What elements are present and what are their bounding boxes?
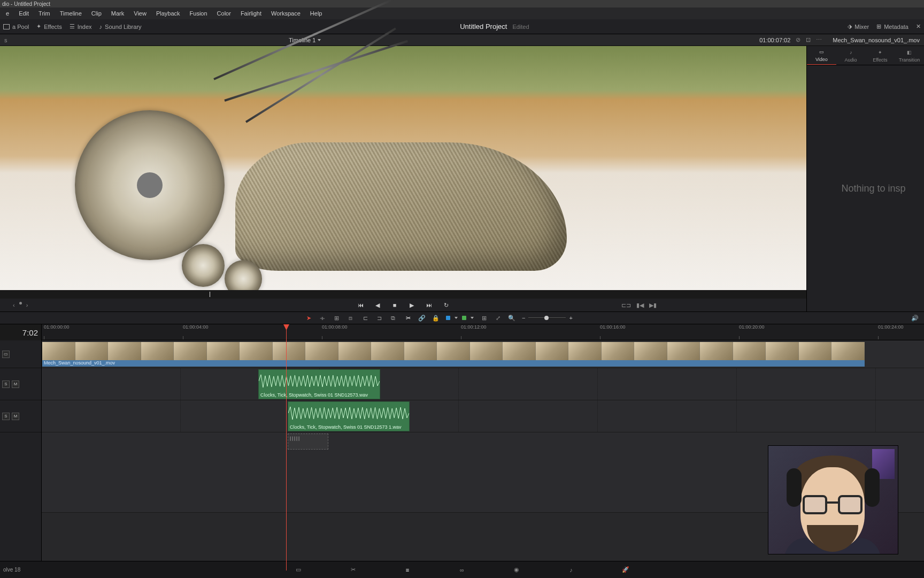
- playhead[interactable]: [286, 324, 287, 571]
- flag-blue-button[interactable]: [446, 316, 450, 320]
- menu-clip[interactable]: Clip: [87, 9, 106, 18]
- track-header-a1[interactable]: 2.0 S M: [0, 368, 41, 400]
- window-titlebar: dio - Untitled Project: [0, 0, 924, 7]
- menu-davinci[interactable]: e: [1, 9, 14, 18]
- step-prev-icon[interactable]: ▮◀: [636, 302, 644, 309]
- page-media[interactable]: ▭: [292, 564, 304, 576]
- loop-button[interactable]: ↻: [442, 301, 450, 309]
- viewer-header: s Timeline 1 01:00:07:02 ⊘ ⊡ ⋯ Mech_Swan…: [0, 34, 924, 46]
- menu-fairlight[interactable]: Fairlight: [236, 9, 266, 18]
- window-title: dio - Untitled Project: [2, 1, 50, 7]
- menu-playback[interactable]: Playback: [151, 9, 185, 18]
- search-button[interactable]: 🔍: [507, 313, 517, 323]
- track-v1[interactable]: Mech_Swan_nosound_v01_.mov: [42, 340, 924, 368]
- playhead-timecode[interactable]: 7:02: [0, 324, 41, 340]
- inspector-empty-text: Nothing to insp: [807, 65, 924, 311]
- match-frame-icon[interactable]: ⊏⊐: [621, 302, 631, 309]
- effects-icon: ✦: [36, 23, 41, 30]
- panel-effects[interactable]: ✦Effects: [36, 23, 61, 30]
- timeline-toolbar: ➤ ⟛ ⊞ ⧈ ⊏ ⊐ ⧉ ✂ 🔗 🔒 ⊞ ⤢ 🔍 − + 🔊: [0, 311, 924, 324]
- page-cut[interactable]: ✂: [347, 564, 359, 576]
- lock-button[interactable]: 🔒: [431, 313, 441, 323]
- chevron-down-icon[interactable]: [471, 317, 474, 319]
- replace-clip-button[interactable]: ⧉: [388, 313, 398, 323]
- inspector-tab-audio[interactable]: ♪Audio: [836, 46, 866, 65]
- zoom-fit-button[interactable]: ⤢: [493, 313, 503, 323]
- viewer-zoom-icon[interactable]: ⊡: [806, 36, 811, 43]
- menu-edit[interactable]: Edit: [14, 9, 34, 18]
- trim-tool[interactable]: ⟛: [318, 313, 327, 323]
- page-fusion[interactable]: ∞: [456, 564, 468, 576]
- blade-edit-button[interactable]: ✂: [403, 313, 413, 323]
- page-fairlight[interactable]: ♪: [565, 564, 577, 576]
- drag-ghost-clip[interactable]: ┃┃┃┃┃: [288, 434, 328, 450]
- menu-fusion[interactable]: Fusion: [185, 9, 212, 18]
- content-area: ‹ › ⏮ ◀ ■ ▶ ⏭ ↻ ⊏⊐ ▮◀ ▶▮ ▭Video ♪Audio ✦…: [0, 46, 924, 311]
- chevron-down-icon[interactable]: [455, 317, 458, 319]
- track-solo-button[interactable]: S: [2, 413, 10, 420]
- menu-timeline[interactable]: Timeline: [55, 9, 87, 18]
- nav-dot-icon[interactable]: [19, 302, 22, 305]
- program-viewer[interactable]: [0, 46, 806, 290]
- stop-button[interactable]: ■: [390, 301, 399, 309]
- panel-sound-library[interactable]: ♪Sound Library: [99, 24, 142, 30]
- track-solo-button[interactable]: S: [2, 381, 10, 388]
- menu-mark[interactable]: Mark: [106, 9, 129, 18]
- track-mute-button[interactable]: M: [12, 413, 19, 420]
- transport-bar: ‹ › ⏮ ◀ ■ ▶ ⏭ ↻ ⊏⊐ ▮◀ ▶▮: [0, 299, 806, 311]
- menu-workspace[interactable]: Workspace: [266, 9, 305, 18]
- nav-prev-icon[interactable]: ‹: [13, 302, 15, 308]
- dynamic-trim-tool[interactable]: ⊞: [332, 313, 341, 323]
- track-header-a2[interactable]: 2.0 S M: [0, 400, 41, 432]
- jump-first-button[interactable]: ⏮: [356, 301, 365, 309]
- menu-help[interactable]: Help: [305, 9, 327, 18]
- menu-trim[interactable]: Trim: [34, 9, 55, 18]
- play-button[interactable]: ▶: [407, 301, 416, 309]
- snap-button[interactable]: ⊞: [479, 313, 489, 323]
- track-header-v1[interactable]: ▭: [0, 340, 41, 368]
- page-color[interactable]: ◉: [511, 564, 522, 576]
- ruler-tick: 01:00:04:00: [183, 324, 209, 330]
- jump-last-button[interactable]: ⏭: [425, 301, 433, 309]
- track-a1[interactable]: Clocks, Tick, Stopwatch, Swiss 01 SND125…: [42, 368, 924, 400]
- page-edit[interactable]: ≡: [402, 564, 413, 576]
- timeline-ruler[interactable]: 01:00:00:00 01:00:04:00 01:00:08:00 01:0…: [42, 324, 924, 340]
- audio-mute-button[interactable]: 🔊: [910, 313, 920, 323]
- panel-media-pool[interactable]: a Pool: [3, 24, 29, 30]
- blade-tool[interactable]: ⧈: [345, 313, 355, 323]
- insert-clip-button[interactable]: ⊏: [360, 313, 370, 323]
- viewer-left-tab[interactable]: s: [4, 37, 7, 43]
- zoom-out-icon[interactable]: −: [522, 315, 525, 321]
- zoom-in-icon[interactable]: +: [569, 315, 572, 321]
- viewer-mini-timeline[interactable]: [0, 290, 806, 299]
- timeline-zoom-slider[interactable]: − +: [522, 315, 573, 321]
- panel-mixer[interactable]: ⬗Mixer: [848, 23, 869, 30]
- metadata-icon: ⊞: [876, 23, 881, 30]
- overwrite-clip-button[interactable]: ⊐: [374, 313, 384, 323]
- track-lock-button[interactable]: ▭: [2, 351, 10, 358]
- menu-view[interactable]: View: [129, 9, 151, 18]
- track-mute-button[interactable]: M: [12, 381, 19, 388]
- inspector-tab-effects[interactable]: ✦Effects: [866, 46, 895, 65]
- selection-tool[interactable]: ➤: [304, 313, 313, 323]
- step-next-icon[interactable]: ▶▮: [649, 302, 657, 309]
- link-button[interactable]: 🔗: [417, 313, 427, 323]
- panel-metadata[interactable]: ⊞Metadata: [876, 23, 908, 30]
- track-a2[interactable]: Clocks, Tick, Stopwatch, Swiss 01 SND125…: [42, 400, 924, 432]
- inspector-tab-transition[interactable]: ◧Transition: [895, 46, 924, 65]
- viewer-options-icon[interactable]: ⋯: [816, 36, 822, 43]
- bypass-icon[interactable]: ⊘: [796, 36, 800, 43]
- page-deliver[interactable]: 🚀: [620, 564, 632, 576]
- step-back-button[interactable]: ◀: [373, 301, 382, 309]
- video-clip[interactable]: Mech_Swan_nosound_v01_.mov: [42, 341, 865, 367]
- viewer-timecode[interactable]: 01:00:07:02: [759, 37, 790, 43]
- audio-clip-a2[interactable]: Clocks, Tick, Stopwatch, Swiss 01 SND125…: [288, 401, 410, 431]
- inspector-tab-video[interactable]: ▭Video: [807, 46, 836, 65]
- panel-index[interactable]: ☰Index: [70, 23, 92, 30]
- menu-color[interactable]: Color: [212, 9, 236, 18]
- audio-clip-a1[interactable]: Clocks, Tick, Stopwatch, Swiss 01 SND125…: [258, 369, 380, 399]
- panel-inspector[interactable]: ✕: [916, 23, 921, 30]
- nav-next-icon[interactable]: ›: [26, 302, 28, 308]
- marker-green-button[interactable]: [462, 316, 466, 320]
- fx-icon: ✦: [876, 49, 884, 56]
